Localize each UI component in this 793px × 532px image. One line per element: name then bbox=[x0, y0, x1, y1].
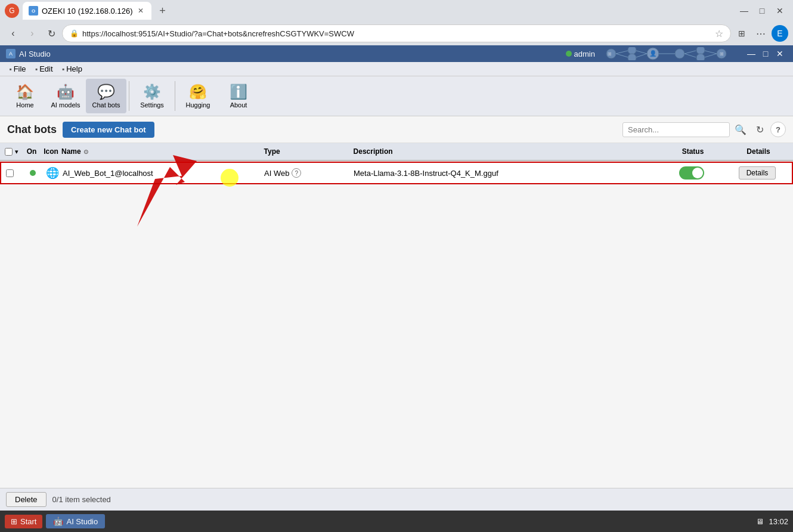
chat-bots-icon: 💬 bbox=[97, 83, 115, 100]
svg-point-5 bbox=[696, 47, 705, 54]
reload-button[interactable]: ↻ bbox=[43, 25, 60, 42]
header-on: On bbox=[23, 147, 41, 156]
tab-title: OZEKI 10 (192.168.0.126) bbox=[42, 7, 132, 16]
start-label: Start bbox=[20, 517, 36, 526]
delete-button[interactable]: Delete bbox=[6, 492, 47, 507]
admin-label: admin bbox=[574, 50, 595, 58]
app-minimize-button[interactable]: — bbox=[744, 48, 758, 60]
hugging-icon: 🤗 bbox=[189, 83, 207, 100]
taskbar-app-icon: 🤖 bbox=[53, 516, 63, 526]
taskbar: ⊞ Start 🤖 AI Studio 🖥 13:02 bbox=[0, 511, 793, 532]
extensions-button[interactable]: ⊞ bbox=[733, 25, 750, 42]
row-on bbox=[24, 169, 42, 178]
type-help-icon[interactable]: ? bbox=[292, 168, 301, 178]
toolbar-hugging[interactable]: 🤗 Hugging bbox=[178, 79, 218, 113]
svg-line-9 bbox=[616, 54, 628, 57]
search-container: 🔍 ↻ ? bbox=[622, 121, 786, 138]
toolbar-settings[interactable]: ⚙️ Settings bbox=[132, 79, 172, 113]
menu-edit[interactable]: ■ Edit bbox=[31, 63, 58, 75]
help-icon[interactable]: ? bbox=[770, 122, 786, 137]
browser-tab[interactable]: O OZEKI 10 (192.168.0.126) ✕ bbox=[23, 2, 151, 20]
ai-models-icon: 🤖 bbox=[57, 83, 75, 100]
menu-help[interactable]: ■ Help bbox=[58, 63, 87, 75]
svg-line-13 bbox=[684, 51, 696, 54]
about-label: About bbox=[230, 101, 247, 109]
browser-menu-button[interactable]: ⋯ bbox=[752, 25, 769, 42]
hugging-label: Hugging bbox=[186, 101, 210, 109]
header-icon: Icon bbox=[41, 147, 61, 156]
app-menubar: ■ File ■ Edit ■ Help bbox=[0, 62, 793, 76]
start-button[interactable]: ⊞ Start bbox=[5, 515, 42, 528]
header-name[interactable]: Name ⊙ bbox=[61, 147, 264, 156]
taskbar-screen-icon: 🖥 bbox=[756, 517, 764, 526]
toolbar-home[interactable]: 🏠 Home bbox=[5, 79, 45, 113]
taskbar-app-button[interactable]: 🤖 AI Studio bbox=[46, 514, 105, 528]
url-display: https://localhost:9515/AI+Studio/?a=Chat… bbox=[82, 29, 711, 38]
new-tab-button[interactable]: + bbox=[154, 2, 171, 19]
status-toggle[interactable] bbox=[679, 166, 704, 180]
edge-icon[interactable]: E bbox=[772, 25, 788, 42]
tab-close-icon[interactable]: ✕ bbox=[136, 6, 145, 16]
search-icon[interactable]: 🔍 bbox=[732, 121, 749, 138]
about-icon: ℹ️ bbox=[230, 83, 247, 100]
header-checkbox[interactable]: ▾ bbox=[5, 148, 23, 156]
chat-bots-label: Chat bots bbox=[92, 101, 120, 109]
home-label: Home bbox=[16, 101, 33, 109]
header-description: Description bbox=[354, 147, 657, 156]
search-input[interactable] bbox=[622, 122, 730, 137]
row-select-checkbox[interactable] bbox=[6, 169, 14, 177]
create-new-chatbot-button[interactable]: Create new Chat bot bbox=[63, 122, 154, 138]
minimize-button[interactable]: — bbox=[736, 5, 752, 17]
details-button[interactable]: Details bbox=[739, 166, 776, 180]
svg-line-8 bbox=[616, 51, 628, 54]
toolbar-separator-1 bbox=[129, 81, 129, 111]
header-details: Details bbox=[729, 147, 788, 156]
address-bar[interactable]: 🔒 https://localhost:9515/AI+Studio/?a=Ch… bbox=[62, 24, 731, 42]
toolbar-separator-2 bbox=[175, 81, 175, 111]
tab-favicon: O bbox=[29, 6, 38, 16]
svg-text:⊞: ⊞ bbox=[720, 51, 724, 57]
settings-icon: ⚙️ bbox=[143, 83, 161, 100]
svg-point-4 bbox=[675, 49, 684, 58]
profile-icon[interactable]: G bbox=[5, 4, 19, 18]
select-all-checkbox[interactable] bbox=[5, 148, 13, 156]
start-icon: ⊞ bbox=[11, 517, 17, 526]
app-maximize-button[interactable]: □ bbox=[758, 48, 773, 60]
svg-line-15 bbox=[705, 51, 717, 54]
ai-models-label: AI models bbox=[51, 101, 80, 109]
maximize-button[interactable]: □ bbox=[754, 5, 770, 17]
toolbar-ai-models[interactable]: 🤖 AI models bbox=[45, 79, 86, 113]
star-icon[interactable]: ☆ bbox=[715, 28, 723, 39]
admin-badge: admin bbox=[566, 50, 595, 58]
app-close-button[interactable]: ✕ bbox=[773, 48, 787, 60]
page-header: Chat bots Create new Chat bot 🔍 ↻ ? bbox=[0, 116, 793, 143]
forward-button[interactable]: › bbox=[24, 25, 41, 42]
header-status: Status bbox=[657, 147, 729, 156]
page-title: Chat bots bbox=[7, 123, 57, 136]
row-details[interactable]: Details bbox=[727, 166, 787, 180]
app-window: A AI Studio admin bbox=[0, 45, 793, 511]
svg-text:👤: 👤 bbox=[649, 50, 657, 57]
menu-file[interactable]: ■ File bbox=[5, 63, 31, 75]
refresh-icon[interactable]: ↻ bbox=[751, 121, 768, 138]
taskbar-app-label: AI Studio bbox=[66, 517, 98, 526]
svg-line-11 bbox=[636, 54, 647, 57]
svg-text:⊞: ⊞ bbox=[608, 51, 612, 57]
row-status[interactable] bbox=[656, 166, 727, 180]
toolbar-about[interactable]: ℹ️ About bbox=[218, 79, 259, 113]
svg-line-16 bbox=[705, 54, 717, 57]
toggle-knob bbox=[692, 168, 703, 178]
toolbar-chat-bots[interactable]: 💬 Chat bots bbox=[86, 79, 126, 113]
row-checkbox[interactable] bbox=[6, 169, 24, 177]
row-type: AI Web ? bbox=[264, 168, 354, 178]
table-row[interactable]: 🌐 AI_Web_Bot_1@localhost AI Web ? Meta-L… bbox=[0, 162, 793, 184]
app-footer: Delete 0/1 item selected bbox=[0, 488, 793, 511]
table-header: ▾ On Icon Name ⊙ Type Description bbox=[0, 143, 793, 161]
browser-titlebar: G O OZEKI 10 (192.168.0.126) ✕ + — □ ✕ bbox=[0, 0, 793, 21]
close-window-button[interactable]: ✕ bbox=[772, 5, 788, 17]
app-favicon: A bbox=[6, 49, 16, 58]
header-type: Type bbox=[264, 147, 354, 156]
back-button[interactable]: ‹ bbox=[5, 25, 21, 42]
row-description: Meta-Llama-3.1-8B-Instruct-Q4_K_M.gguf bbox=[354, 169, 656, 178]
selection-info: 0/1 item selected bbox=[52, 495, 111, 504]
